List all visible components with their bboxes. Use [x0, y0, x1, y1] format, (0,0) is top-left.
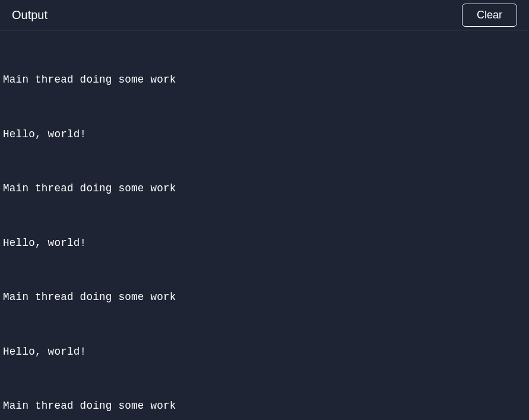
output-line: Main thread doing some work — [3, 397, 526, 415]
output-line: Main thread doing some work — [3, 288, 526, 307]
output-console[interactable]: Main thread doing some work Hello, world… — [0, 31, 529, 420]
output-line: Hello, world! — [3, 234, 526, 252]
output-line: Hello, world! — [3, 125, 526, 144]
output-panel-header: Output Clear — [0, 0, 529, 31]
output-line: Hello, world! — [3, 343, 526, 361]
panel-title: Output — [12, 8, 47, 22]
clear-button[interactable]: Clear — [462, 4, 517, 27]
output-line: Main thread doing some work — [3, 71, 526, 89]
output-line: Main thread doing some work — [3, 179, 526, 198]
